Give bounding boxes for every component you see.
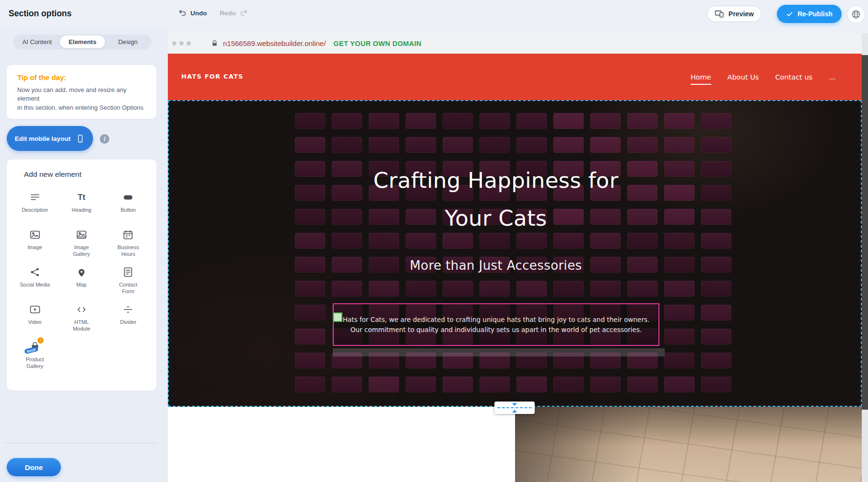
redo-button[interactable]: Redo [220, 9, 248, 17]
element-button[interactable]: Button [105, 186, 152, 224]
element-label: HTML Module [66, 319, 97, 333]
undo-button[interactable]: Undo [178, 9, 207, 17]
hero-tile [627, 137, 657, 153]
video-icon [28, 302, 42, 317]
next-section[interactable] [168, 407, 862, 482]
preview-devices-icon [715, 9, 724, 19]
element-business-hours[interactable]: Business Hours [105, 224, 152, 261]
hero-tile [480, 281, 510, 297]
hero-tile [332, 377, 362, 392]
hero-tile [553, 281, 584, 297]
element-label: Image [27, 244, 42, 251]
redo-icon [239, 9, 248, 17]
upgrade-badge-icon: ↑ [37, 337, 44, 344]
element-heading[interactable]: Tt Heading [58, 186, 105, 224]
info-icon[interactable]: i [100, 134, 109, 144]
section-resize-handle[interactable] [494, 402, 535, 414]
app: Section options Undo Redo Preview Re-Pub… [0, 0, 868, 482]
hero-tile [516, 113, 547, 129]
window-control-dots [172, 41, 191, 46]
hero-tile [295, 137, 325, 153]
selected-text-element[interactable]: Hats for Cats, we are dedicated to craft… [333, 303, 659, 346]
preview-scrollbar-track[interactable] [862, 33, 868, 482]
element-contact-form[interactable]: Contact Form [105, 261, 152, 298]
site-url[interactable]: n1566589.websitebuilder.online/ [223, 39, 326, 47]
hero-tile [664, 137, 694, 153]
hero-tile [406, 281, 436, 297]
element-image[interactable]: Image [12, 224, 58, 261]
done-button[interactable]: Done [7, 458, 61, 476]
tab-ai-content[interactable]: AI Content [14, 35, 60, 48]
element-label: Button [120, 207, 136, 213]
hero-subheading[interactable]: More than Just Accessories [168, 258, 824, 273]
element-html-module[interactable]: HTML Module [58, 298, 105, 336]
hero-paragraph-line1: Hats for Cats, we are dedicated to craft… [343, 315, 650, 325]
preview-scrollbar-thumb[interactable] [862, 55, 868, 410]
section-options-sidebar: AI Content Elements Design Tip of the da… [0, 28, 168, 482]
shop-badge: SHOP [24, 346, 38, 354]
hero-tile [516, 377, 547, 392]
hero-tile [480, 113, 510, 129]
element-label: Business Hours [113, 244, 143, 258]
hero-tile [701, 353, 731, 368]
lock-icon [211, 40, 218, 47]
hero-tile [332, 137, 362, 153]
element-product-gallery[interactable]: SHOP ↑ Product Gallery [12, 336, 58, 373]
element-image-gallery[interactable]: Image Gallery [58, 224, 105, 261]
topbar: Section options Undo Redo Preview Re-Pub… [0, 0, 868, 28]
hero-tile [443, 113, 473, 129]
language-globe-button[interactable] [847, 5, 865, 23]
nav-item-home[interactable]: Home [691, 73, 711, 81]
hero-tile [701, 377, 731, 392]
drag-handle[interactable] [333, 312, 342, 322]
nav-item-about-us[interactable]: About Us [727, 73, 759, 81]
hero-tile [664, 281, 694, 297]
hero-section[interactable]: Crafting Happiness for Your Cats More th… [168, 100, 862, 407]
element-divider[interactable]: Divider [105, 298, 152, 336]
redo-label: Redo [220, 10, 236, 17]
element-description[interactable]: Description [12, 186, 58, 224]
republish-button[interactable]: Re-Publish [777, 5, 842, 23]
hero-tile [664, 329, 694, 344]
preview-button[interactable]: Preview [707, 6, 762, 22]
get-your-own-domain-link[interactable]: GET YOUR OWN DOMAIN [333, 40, 421, 47]
hero-tile [369, 281, 399, 297]
site-logo[interactable]: HATS FOR CATS [181, 73, 244, 80]
hero-heading[interactable]: Crafting Happiness for Your Cats [168, 161, 824, 237]
element-label: Heading [72, 207, 92, 213]
hero-tile [516, 281, 547, 297]
element-map[interactable]: Map [58, 261, 105, 298]
next-section-white-area [168, 407, 515, 482]
nav-more-icon[interactable]: ... [829, 73, 835, 81]
hero-tile [443, 137, 473, 153]
republish-label: Re-Publish [798, 10, 833, 18]
element-hover-ghost [333, 348, 665, 356]
element-label: Social Media [20, 281, 50, 288]
tab-design[interactable]: Design [105, 35, 151, 48]
hero-tile [332, 113, 362, 129]
edit-mobile-layout-button[interactable]: Edit mobile layout [7, 126, 93, 151]
window-dot-icon [172, 41, 176, 46]
check-icon [786, 11, 793, 18]
hero-tile [553, 377, 584, 392]
element-video[interactable]: Video [12, 298, 58, 336]
hero-tile [295, 353, 325, 368]
hero-tile [406, 113, 436, 129]
hero-tile [516, 137, 547, 153]
hero-tile [627, 377, 657, 392]
website-preview: HATS FOR CATS Home About Us Contact us .… [168, 54, 862, 482]
hero-tile [701, 113, 731, 129]
heading-icon: Tt [74, 190, 89, 205]
hero-tile [443, 281, 473, 297]
tab-elements[interactable]: Elements [60, 35, 106, 48]
hero-tile [295, 305, 325, 321]
element-social-media[interactable]: Social Media [12, 261, 58, 298]
element-label: Divider [120, 319, 136, 325]
hero-tile [627, 281, 657, 297]
nav-item-contact-us[interactable]: Contact us [775, 73, 812, 81]
undo-label: Undo [190, 10, 207, 17]
contact-form-icon [121, 265, 135, 279]
page-title: Section options [9, 9, 71, 19]
next-section-floor-image [515, 407, 862, 482]
html-module-icon [74, 302, 89, 317]
